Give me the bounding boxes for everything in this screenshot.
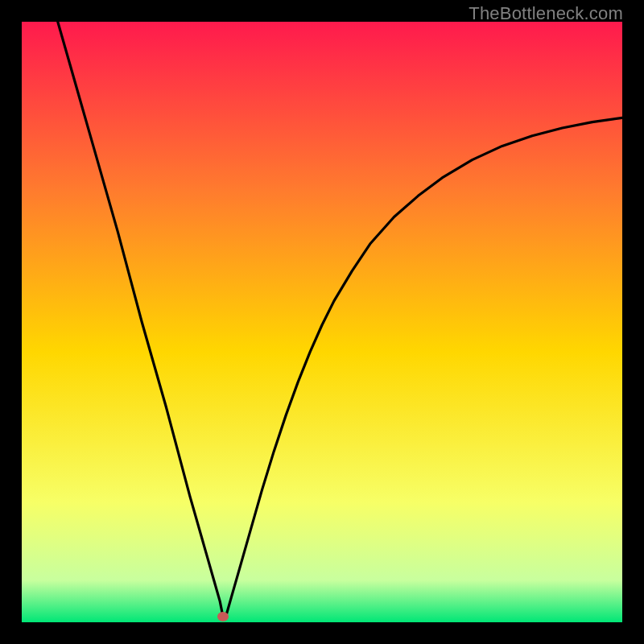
chart-frame: TheBottleneck.com <box>0 0 644 644</box>
plot-area <box>22 22 622 622</box>
optimal-marker-icon <box>217 612 229 621</box>
watermark-label: TheBottleneck.com <box>469 3 623 24</box>
bottleneck-curve <box>22 22 622 622</box>
